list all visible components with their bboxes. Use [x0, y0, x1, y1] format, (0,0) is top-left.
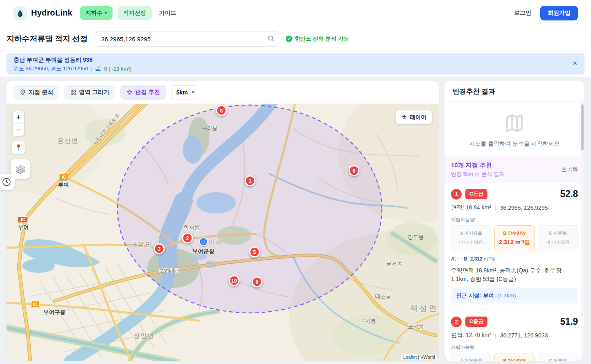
login-link[interactable]: 로그인: [514, 9, 531, 17]
result-card-2[interactable]: 2 C등급 51.9 면적: 12.70 km² | 36.2771, 126.…: [444, 310, 584, 361]
storage-box: C 저류량 데이터 없음: [538, 353, 578, 361]
rank-badge: 2: [451, 317, 462, 327]
history-panel-button[interactable]: [0, 174, 15, 190]
recharge-value: 2,312 m³/일: [496, 238, 532, 246]
map-marker-6[interactable]: 6: [349, 165, 360, 176]
summary-text: 10개 지점 추천 반경 5km 내 분석 결과: [451, 162, 562, 178]
star-icon: [126, 89, 133, 95]
ab-unit: m³/일: [483, 256, 496, 262]
reset-button[interactable]: 초기화: [562, 166, 578, 173]
ab-values: A: - · B: 2,312: [451, 256, 483, 262]
zoom-in-button[interactable]: +: [13, 111, 24, 124]
nav-groundwater[interactable]: 지하수 ▾: [80, 6, 113, 20]
result-meta: 면적: 12.70 km² | 36.2771, 126.9033: [451, 332, 578, 339]
page-title: 지하수저류댐 적지 선정: [7, 34, 88, 44]
recharge-label: B 강수함양: [496, 230, 532, 236]
check-circle-icon: ✓: [286, 36, 292, 42]
pushpin-icon: 📍: [15, 144, 23, 151]
storage-value: 데이터 없음: [540, 239, 576, 245]
radius-select[interactable]: 5km ▾: [171, 85, 200, 99]
recharge-box: B 강수함양 2,312 m³/일: [494, 225, 535, 251]
close-icon[interactable]: ✕: [572, 60, 577, 66]
summary-row: 10개 지점 추천 반경 5km 내 분석 결과 초기화: [444, 157, 584, 183]
facility-box: 인근 시설: 부여 (1.1km): [451, 288, 578, 303]
baseflow-value: 데이터 없음: [453, 239, 489, 245]
summary-subtitle: 반경 5km 내 분석 결과: [451, 171, 562, 178]
city-hall-marker[interactable]: ⌂: [199, 237, 208, 246]
zoom-out-button[interactable]: −: [13, 124, 24, 136]
result-meta: 면적: 18.84 km² | 36.2965, 126.9295: [451, 204, 578, 211]
signup-button[interactable]: 회원가입: [540, 6, 578, 20]
point-analysis-button[interactable]: 지점 분석: [14, 85, 59, 100]
results-sidebar: 반경추천 결과 지도를 클릭하여 분석을 시작하세요 10개 지점 추천 반경 …: [444, 81, 584, 361]
map-pin-icon: [20, 89, 26, 95]
draw-area-button[interactable]: 영역 그리기: [64, 85, 115, 100]
capacity-boxes: A 기저유출 데이터 없음 B 강수함양 2,312 m³/일 C 저류량 데이…: [451, 225, 578, 251]
empty-state: 지도를 클릭하여 분석을 시작하세요: [444, 102, 584, 157]
coverage-status: ✓ 한반도 전역 분석 가능: [286, 35, 349, 43]
search-icon[interactable]: [267, 34, 275, 44]
chevron-down-icon: ▾: [192, 90, 194, 95]
map-marker-3[interactable]: 3: [154, 243, 165, 254]
dev-capacity-label: 개발가능량: [451, 217, 578, 223]
coordinate-search-input[interactable]: [95, 31, 279, 47]
grade-badge: C등급: [465, 189, 487, 199]
radius-select-value: 5km: [176, 89, 188, 96]
banner-area-info: 0 (~13 km²): [104, 66, 132, 72]
nav-guide[interactable]: 가이드: [159, 9, 176, 17]
home-icon: ⌂: [202, 239, 205, 245]
map-canvas[interactable]: ⌂ + − 📍 레이어: [7, 104, 439, 361]
map-marker-10[interactable]: 10: [229, 275, 240, 286]
area-value: 면적: 12.70 km²: [451, 332, 491, 339]
meta-divider: |: [495, 332, 496, 339]
banner-details: 위도 36.29650, 경도 126.92950 | 🌊 0 (~13 km²…: [14, 65, 568, 72]
baseflow-box: A 기저유출 데이터 없음: [451, 225, 491, 251]
baseflow-label: A 기저유출: [453, 230, 489, 236]
map-attribution: Leaflet | VWorld: [401, 354, 437, 360]
summary-title: 10개 지점 추천: [451, 162, 562, 169]
facility-distance: (1.1km): [497, 292, 516, 299]
map-marker-2[interactable]: 2: [182, 233, 193, 244]
scrollbar-thumb[interactable]: [581, 104, 584, 150]
sidebar-scroll-area: 지도를 클릭하여 분석을 시작하세요 10개 지점 추천 반경 5km 내 분석…: [444, 102, 584, 361]
area-value: 면적: 18.84 km²: [451, 204, 491, 211]
facility-name: 인근 시설: 부여: [456, 292, 494, 299]
map-marker-1[interactable]: 1: [245, 175, 256, 186]
point-analysis-label: 지점 분석: [29, 89, 53, 96]
storage-label: C 저류량: [540, 358, 576, 361]
coords-value: 36.2965, 126.9295: [500, 204, 548, 211]
banner-coordinates: 위도 36.29650, 경도 126.92950: [14, 65, 88, 72]
radius-recommend-button[interactable]: 반경 추천: [120, 85, 166, 100]
layers-icon: [14, 163, 27, 175]
pin-tool-button[interactable]: 📍: [12, 141, 25, 155]
result-description: 유역면적 18.8km², 충적층(Qa) 우수, 취수장 1.1km, 종합 …: [451, 266, 578, 283]
rank-badge: 1: [451, 189, 462, 200]
radius-recommend-label: 반경 추천: [135, 89, 160, 96]
storage-label: C 저류량: [540, 230, 576, 236]
banner-address: 충남 부여군 부여읍 정동리 936: [14, 56, 568, 64]
app-root: HydroLink 지하수 ▾ 적지선정 가이드 로그인 회원가입 지하수저류댐…: [0, 0, 591, 364]
baseflow-box: A 기저유출 데이터 없음: [451, 353, 491, 361]
meta-divider: |: [495, 204, 496, 211]
map-marker-5[interactable]: 5: [249, 247, 260, 258]
banner-divider: |: [91, 66, 92, 72]
ab-summary: A: - · B: 2,312 m³/일: [451, 256, 578, 263]
recharge-label: B 강수함양: [496, 358, 532, 361]
layers-toggle-button[interactable]: 레이어: [396, 110, 433, 124]
capacity-boxes: A 기저유출 데이터 없음 B 강수함양 1,558.8 m³/일 C 저류량 …: [451, 353, 578, 361]
recharge-box: B 강수함양 1,558.8 m³/일: [494, 353, 535, 361]
top-navbar: HydroLink 지하수 ▾ 적지선정 가이드 로그인 회원가입: [0, 0, 591, 26]
chevron-down-icon: ▾: [105, 11, 107, 15]
grade-badge: C등급: [465, 317, 487, 327]
nav-site-label: 적지선정: [123, 9, 146, 17]
draw-area-label: 영역 그리기: [79, 89, 109, 96]
result-card-1[interactable]: 1 C등급 52.8 면적: 18.84 km² | 36.2965, 126.…: [444, 183, 584, 310]
map-toolbar: 지점 분석 영역 그리기 반경 추천 5km ▾: [7, 81, 439, 104]
result-head: 2 C등급 51.9: [451, 316, 578, 327]
map-marker-8[interactable]: 8: [216, 105, 227, 116]
map-marker-9[interactable]: 9: [252, 276, 263, 288]
brand-title: HydroLink: [31, 8, 72, 18]
water-drop-icon: [16, 9, 24, 17]
nav-site-selection[interactable]: 적지선정: [117, 6, 152, 20]
leaflet-link[interactable]: Leaflet: [403, 355, 417, 360]
